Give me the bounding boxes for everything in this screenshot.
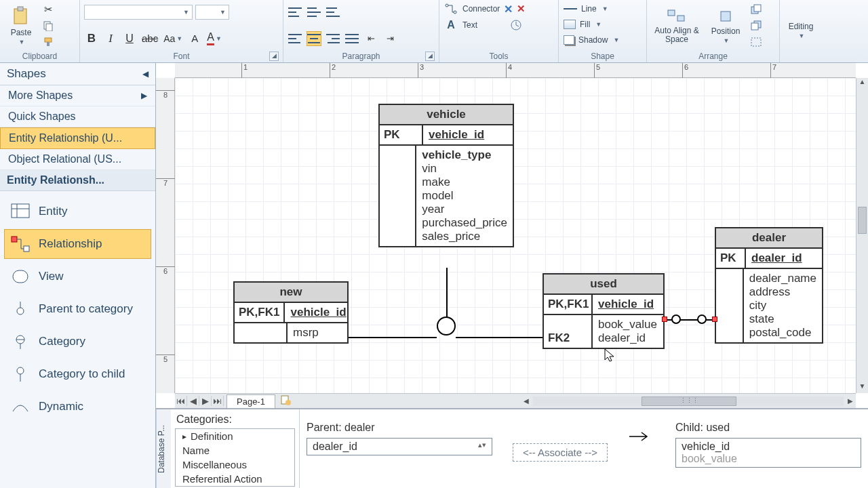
align-middle-button[interactable] — [307, 5, 321, 20]
entity-vehicle[interactable]: vehicle PKvehicle_id vehicle_type vin ma… — [378, 104, 514, 247]
justify-button[interactable] — [344, 31, 359, 46]
vertical-scrollbar[interactable]: ▲ ▼ — [856, 78, 868, 393]
font-dialog-launcher[interactable]: ◢ — [269, 52, 279, 61]
font-family-combo[interactable]: ▼ — [84, 5, 193, 20]
pointer-tool-icon[interactable]: ✕ — [504, 3, 513, 16]
entity-new[interactable]: new PK,FK1vehicle_id msrp — [233, 281, 349, 344]
align-top-button[interactable] — [288, 5, 302, 20]
props-cat-name[interactable]: Name — [176, 443, 294, 458]
stencil-category[interactable]: Category — [4, 327, 151, 357]
tools-label: Tools — [443, 49, 554, 62]
stencil-relationship[interactable]: Relationship — [4, 229, 151, 259]
props-categories-list: Definition Name Miscellaneous Referentia… — [175, 428, 295, 487]
editing-button[interactable]: Editing▼ — [784, 10, 818, 51]
font-size-combo[interactable]: ▼ — [195, 5, 229, 20]
entity-used[interactable]: used PK,FK1vehicle_id FK2 book_value dea… — [542, 273, 665, 349]
associate-button[interactable]: <-- Associate --> — [513, 443, 608, 462]
close-tool-icon[interactable]: ✕ — [517, 3, 526, 15]
auto-align-button[interactable]: Auto Align & Space — [651, 5, 703, 46]
group-button[interactable] — [749, 35, 764, 49]
copy-button[interactable] — [41, 18, 56, 33]
arrange-label: Arrange — [651, 49, 775, 62]
connector-vehicle-down[interactable] — [446, 268, 448, 318]
svg-point-7 — [454, 11, 456, 14]
ruler-vertical: 8 7 6 5 — [156, 78, 175, 393]
page-tabs-bar: ⏮ ◀ ▶ ⏭ Page-1 ◀ ⋮⋮⋮ ▶ — [175, 393, 856, 408]
connector-button[interactable] — [443, 1, 458, 16]
change-case-button[interactable]: Aa▼ — [163, 31, 183, 46]
connector-to-used[interactable] — [456, 337, 542, 338]
font-color-button[interactable]: A▼ — [206, 31, 222, 46]
stencil-er-row[interactable]: Entity Relationship (U... — [0, 127, 155, 149]
entity-dealer-title: dealer — [716, 228, 822, 249]
group-arrange: Auto Align & Space Position▼ Arrange — [647, 0, 780, 62]
page-tab-1[interactable]: Page-1 — [226, 394, 275, 408]
stencil-category-to-child[interactable]: Category to child — [4, 359, 151, 389]
quick-shapes-row[interactable]: Quick Shapes — [0, 106, 155, 127]
entity-vehicle-title: vehicle — [380, 105, 513, 125]
decrease-indent-button[interactable]: ⇤ — [363, 31, 378, 46]
entity-dealer[interactable]: dealer PKdealer_id dealer_name address c… — [715, 227, 823, 344]
connector-label: Connector — [462, 4, 500, 14]
props-cat-misc[interactable]: Miscellaneous — [176, 458, 294, 472]
page-first-button[interactable]: ⏮ — [175, 396, 187, 406]
props-parent-field[interactable]: dealer_id▴▾ — [307, 438, 492, 455]
shape-shadow-button[interactable]: Shadow▼ — [563, 33, 620, 47]
bold-button[interactable]: B — [84, 31, 99, 46]
shape-fill-button[interactable]: Fill▼ — [563, 17, 602, 32]
italic-button[interactable]: I — [103, 31, 118, 46]
align-bottom-button[interactable] — [326, 5, 340, 20]
selection-handle-left[interactable] — [662, 317, 667, 322]
page-prev-button[interactable]: ◀ — [187, 396, 199, 406]
group-font: ▼ ▼ B I U abc Aa▼ A A▼ Font◢ — [80, 0, 283, 62]
more-shapes-row[interactable]: More Shapes▶ — [0, 85, 155, 106]
increase-indent-button[interactable]: ⇥ — [382, 31, 397, 46]
relationship-arrow-icon — [628, 430, 655, 464]
paragraph-dialog-launcher[interactable]: ◢ — [425, 52, 435, 61]
crowfoot-circle-2 — [697, 314, 707, 324]
send-back-button[interactable] — [749, 18, 764, 33]
paste-label: Paste — [11, 28, 32, 37]
props-child-list[interactable]: vehicle_id book_value — [675, 438, 861, 468]
drawing-canvas[interactable]: vehicle PKvehicle_id vehicle_type vin ma… — [175, 78, 856, 393]
stencil-parent-to-category[interactable]: Parent to category — [4, 294, 151, 324]
entity-used-title: used — [544, 274, 663, 295]
svg-rect-3 — [46, 24, 52, 31]
underline-button[interactable]: U — [122, 31, 137, 46]
align-center-button[interactable] — [307, 31, 321, 46]
text-tool-button[interactable]: A — [443, 18, 458, 33]
stencil-entity[interactable]: Entity — [4, 197, 151, 226]
tools-more-button[interactable] — [509, 18, 524, 33]
horizontal-scrollbar[interactable]: ◀ ⋮⋮⋮ ▶ — [521, 394, 856, 408]
selection-handle-right[interactable] — [712, 317, 717, 322]
svg-rect-1 — [18, 7, 23, 11]
svg-rect-13 — [754, 5, 761, 12]
format-painter-button[interactable] — [41, 35, 56, 49]
strikethrough-button[interactable]: abc — [141, 31, 159, 46]
font-size-inc-button[interactable]: A — [187, 31, 202, 46]
cut-button[interactable]: ✂ — [41, 2, 56, 17]
connector-to-new[interactable] — [349, 337, 437, 338]
props-categories-title: Categories: — [171, 412, 299, 427]
shapes-panel-header[interactable]: Shapes◀ — [0, 63, 155, 85]
paste-button[interactable]: Paste ▼ — [4, 5, 38, 46]
align-left-button[interactable] — [288, 31, 302, 46]
stencil-dynamic[interactable]: Dynamic — [4, 392, 151, 422]
new-page-button[interactable] — [279, 394, 292, 407]
canvas-area: 1 2 3 4 5 6 7 8 7 6 5 vehicle PKvehicle_… — [156, 63, 868, 488]
category-circle[interactable] — [437, 317, 456, 336]
group-editing: Editing▼ — [780, 0, 834, 62]
page-last-button[interactable]: ⏭ — [212, 396, 224, 406]
page-next-button[interactable]: ▶ — [199, 396, 212, 406]
align-right-button[interactable] — [326, 31, 340, 46]
shape-line-button[interactable]: Line▼ — [563, 1, 609, 16]
paragraph-label: Paragraph — [342, 52, 380, 61]
text-tool-label: Text — [462, 20, 477, 30]
props-cat-definition[interactable]: Definition — [176, 429, 294, 443]
props-side-label[interactable]: Database P... — [156, 409, 171, 488]
stencil-or-row[interactable]: Object Relational (US... — [0, 149, 155, 170]
stencil-view[interactable]: View — [4, 262, 151, 291]
position-button[interactable]: Position▼ — [705, 5, 746, 46]
props-cat-refaction[interactable]: Referential Action — [176, 472, 294, 486]
bring-front-button[interactable] — [749, 2, 764, 17]
